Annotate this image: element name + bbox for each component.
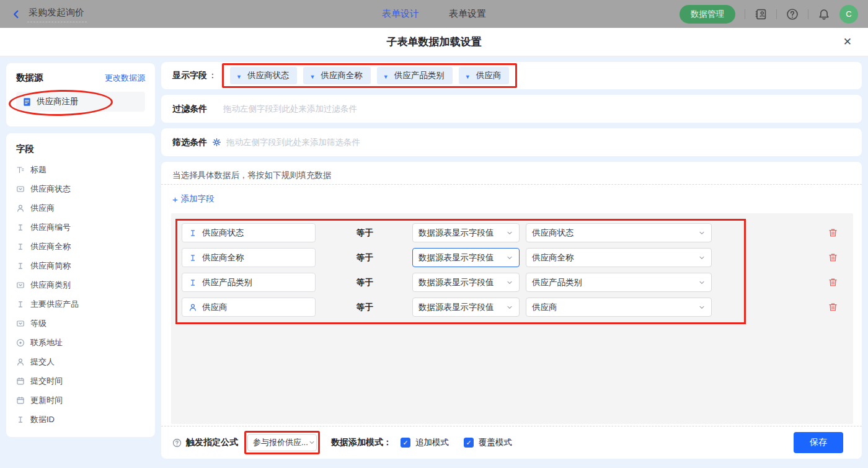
field-item-label: 供应商编号 <box>30 222 71 233</box>
rule-field-label: 供应商 <box>202 302 228 313</box>
field-item[interactable]: 提交时间 <box>16 371 145 391</box>
rule-field-box[interactable]: 供应商 <box>182 298 316 317</box>
tab-form-settings[interactable]: 表单设置 <box>449 8 486 20</box>
rule-operator: 等于 <box>356 277 412 288</box>
rules-panel: 供应商状态 等于 数据源表显示字段值 供应商状态 <box>171 213 853 424</box>
datasource-item[interactable]: 供应商注册 <box>16 92 145 112</box>
save-button[interactable]: 保存 <box>794 432 843 453</box>
rules-hint: 当选择具体数据后，将按如下规则填充数据 <box>161 162 862 181</box>
rule-operator: 等于 <box>356 302 412 313</box>
field-item[interactable]: 提交人 <box>16 352 145 371</box>
text-icon <box>16 300 25 309</box>
question-icon[interactable] <box>172 438 182 448</box>
screen: 采购发起询价 表单设计 表单设置 数据管理 C 子表单数据加载设置 ✕ 数据源 … <box>0 0 868 468</box>
rule-row: 供应商全称 等于 数据源表显示字段值 供应商全称 <box>182 248 853 267</box>
select-icon <box>16 281 25 289</box>
field-item[interactable]: 等级 <box>16 314 145 333</box>
gear-icon[interactable] <box>212 138 221 147</box>
topbar-tabs: 表单设计 表单设置 <box>382 8 486 20</box>
text-icon <box>188 254 197 262</box>
field-item[interactable]: 供应商简称 <box>16 256 145 275</box>
trash-icon[interactable] <box>828 227 838 238</box>
rule-value: 供应商全称 <box>532 252 574 263</box>
append-mode-checkbox[interactable]: 追加模式 <box>401 437 449 448</box>
plus-icon <box>172 194 178 205</box>
field-item[interactable]: 数据ID <box>16 410 145 429</box>
overwrite-mode-checkbox[interactable]: 覆盖模式 <box>464 437 512 448</box>
modal-header: 子表单数据加载设置 ✕ <box>0 28 868 56</box>
formula-select[interactable]: 参与报价供应... <box>247 434 317 451</box>
page-title: 子表单数据加载设置 <box>387 35 482 49</box>
app-topbar: 采购发起询价 表单设计 表单设置 数据管理 C <box>0 0 868 28</box>
user-icon <box>16 204 25 213</box>
tab-form-design[interactable]: 表单设计 <box>382 8 419 20</box>
data-manage-button[interactable]: 数据管理 <box>680 5 735 24</box>
rule-rows: 供应商状态 等于 数据源表显示字段值 供应商状态 <box>171 213 853 317</box>
rule-value-select[interactable]: 供应商全称 <box>526 248 712 267</box>
trash-icon[interactable] <box>828 302 838 312</box>
chevron-down-icon <box>506 304 513 311</box>
field-item[interactable]: 联系地址 <box>16 333 145 352</box>
divider <box>808 9 808 19</box>
field-item[interactable]: 主要供应产品 <box>16 294 145 314</box>
display-field-tag[interactable]: 供应产品类别 <box>377 67 453 84</box>
notification-bell-icon[interactable] <box>818 8 830 20</box>
display-fields-section: 显示字段 ： 供应商状态 供应商全称 <box>161 62 862 89</box>
trash-icon[interactable] <box>828 277 838 288</box>
rule-source-select[interactable]: 数据源表显示字段值 <box>412 223 520 242</box>
contacts-icon[interactable] <box>755 8 767 20</box>
screen-drop-placeholder[interactable]: 拖动左侧字段到此处来添加筛选条件 <box>226 137 360 148</box>
annotation-box-formula: 参与报价供应... <box>244 431 320 454</box>
form-name[interactable]: 采购发起询价 <box>27 6 87 22</box>
rule-value-select[interactable]: 供应商状态 <box>526 223 712 242</box>
display-fields-label: 显示字段 <box>172 70 207 81</box>
rule-value-select[interactable]: 供应产品类别 <box>526 273 712 292</box>
back-icon[interactable] <box>11 9 21 19</box>
change-datasource-link[interactable]: 更改数据源 <box>105 73 145 84</box>
avatar[interactable]: C <box>839 5 858 24</box>
rule-field-box[interactable]: 供应商全称 <box>182 248 316 267</box>
rule-source-select[interactable]: 数据源表显示字段值 <box>412 273 520 292</box>
text-icon <box>16 242 25 251</box>
rule-row: 供应产品类别 等于 数据源表显示字段值 供应产品类别 <box>182 273 853 292</box>
rule-source-select[interactable]: 数据源表显示字段值 <box>412 248 520 267</box>
filter-condition-label: 过滤条件 <box>172 104 207 115</box>
field-item-label: 供应商状态 <box>30 183 71 195</box>
user-icon <box>16 358 25 366</box>
fields-card: 字段 标题 供应商状态 供应商 <box>6 133 155 437</box>
text-icon <box>188 229 197 237</box>
rule-value-select[interactable]: 供应商 <box>526 298 712 317</box>
display-field-tag[interactable]: 供应商全称 <box>303 67 370 84</box>
datasource-item-label: 供应商注册 <box>37 96 79 107</box>
add-field-label: 添加字段 <box>181 193 215 205</box>
display-field-tag[interactable]: 供应商状态 <box>230 67 297 84</box>
field-item-label: 提交时间 <box>30 376 63 387</box>
chevron-down-icon <box>698 304 706 311</box>
rule-source-select[interactable]: 数据源表显示字段值 <box>412 298 520 317</box>
trash-icon[interactable] <box>828 252 838 263</box>
field-item[interactable]: 更新时间 <box>16 391 145 410</box>
tag-label: 供应商状态 <box>247 70 290 81</box>
display-field-tag[interactable]: 供应商 <box>459 67 509 84</box>
field-item[interactable]: 标题 <box>16 160 145 179</box>
close-icon[interactable]: ✕ <box>843 35 852 48</box>
chevron-down-icon <box>698 279 706 286</box>
add-field-button[interactable]: 添加字段 <box>172 193 215 205</box>
chevron-down-icon <box>698 229 706 237</box>
field-item[interactable]: 供应商状态 <box>16 179 145 198</box>
filter-drop-placeholder[interactable]: 拖动左侧字段到此处来添加过滤条件 <box>223 104 357 115</box>
field-item[interactable]: 供应商 <box>16 198 145 218</box>
triangle-down-icon <box>236 71 242 81</box>
chevron-down-icon <box>308 439 316 446</box>
rule-value: 供应商状态 <box>532 227 574 239</box>
tag-label: 供应商全称 <box>321 70 363 81</box>
screen-condition-label: 筛选条件 <box>172 137 207 148</box>
field-item[interactable]: 供应商编号 <box>16 218 145 237</box>
field-item[interactable]: 供应商全称 <box>16 237 145 256</box>
rule-field-box[interactable]: 供应商状态 <box>182 223 316 242</box>
rule-row: 供应商状态 等于 数据源表显示字段值 供应商状态 <box>182 223 853 242</box>
rule-field-box[interactable]: 供应产品类别 <box>182 273 316 292</box>
field-item[interactable]: 供应商类别 <box>16 275 145 294</box>
checkbox-icon <box>464 438 474 448</box>
help-icon[interactable] <box>786 8 799 20</box>
